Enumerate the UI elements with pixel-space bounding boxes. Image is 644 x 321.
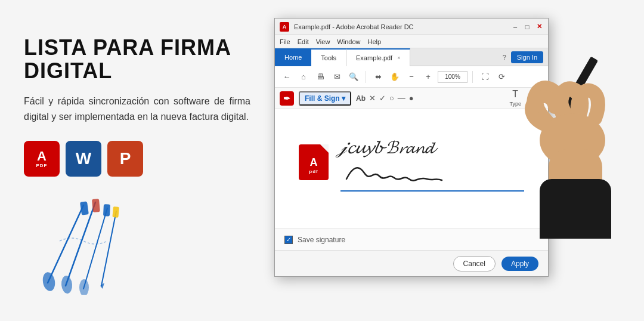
tool-line-icon[interactable]: — <box>398 94 405 103</box>
svg-rect-17 <box>540 179 611 239</box>
svg-point-1 <box>41 271 56 292</box>
tool-circle-icon[interactable]: ○ <box>389 94 394 103</box>
svg-line-0 <box>48 205 83 283</box>
tool-dot-icon[interactable]: ● <box>409 94 414 103</box>
powerpoint-icon: P <box>107 141 143 177</box>
word-icon: W <box>66 141 101 177</box>
toolbar-cursor-icon[interactable]: ⬌ <box>371 70 385 84</box>
acrobat-icon: A PDF <box>24 141 60 177</box>
menu-bar: File Edit View Window Help <box>275 35 548 48</box>
save-signature-label: Save signature <box>298 236 345 244</box>
tab-tools-label: Tools <box>321 54 336 61</box>
menu-window[interactable]: Window <box>337 38 360 45</box>
tool-cross-icon[interactable]: ✕ <box>369 94 376 103</box>
toolbar-back-icon[interactable]: ← <box>280 70 294 84</box>
page-title: LISTA PARA FIRMA DIGITAL <box>24 36 250 83</box>
toolbar-email-icon[interactable]: ✉ <box>330 70 344 84</box>
toolbar-divider-1 <box>366 71 366 83</box>
toolbar-print-icon[interactable]: 🖶 <box>313 70 327 84</box>
toolbar-home-icon[interactable]: ⌂ <box>296 70 311 84</box>
menu-edit[interactable]: Edit <box>298 38 309 45</box>
tab-tools[interactable]: Tools <box>311 48 346 66</box>
svg-rect-5 <box>92 199 100 212</box>
svg-point-4 <box>61 275 73 294</box>
toolbar-divider-2 <box>472 71 473 83</box>
window-title: Example.pdf - Adobe Acrobat Reader DC <box>294 23 414 30</box>
menu-help[interactable]: Help <box>367 38 381 45</box>
menu-view[interactable]: View <box>316 38 330 45</box>
close-button[interactable]: ✕ <box>535 23 543 31</box>
svg-rect-8 <box>103 204 110 217</box>
apply-button[interactable]: Apply <box>501 257 538 271</box>
title-bar: A Example.pdf - Adobe Acrobat Reader DC … <box>275 18 548 35</box>
maximize-button[interactable]: □ <box>523 23 531 31</box>
acrobat-app-icon: A <box>280 22 289 32</box>
cancel-button[interactable]: Cancel <box>453 256 496 271</box>
toolbar-fit-page-icon[interactable]: ⛶ <box>478 70 492 84</box>
toolbar-zoom-out-icon[interactable]: − <box>404 70 419 84</box>
tool-check-icon[interactable]: ✓ <box>379 94 386 103</box>
hand-stylus-illustration <box>495 48 644 241</box>
software-icons-row: A PDF W P <box>24 141 143 177</box>
svg-rect-11 <box>112 206 119 218</box>
pen-illustration <box>24 193 143 297</box>
tab-document-label: Example.pdf <box>356 54 392 61</box>
signature-display: 𝒿𝓬𝓾𝔂𝓫 ℬ𝓻𝓪𝓷𝓭 <box>340 133 433 161</box>
acrobat-fill-icon: ✒ <box>280 91 294 106</box>
fill-sign-tools: Ab ✕ ✓ ○ — ● <box>356 94 414 103</box>
left-section: LISTA PARA FIRMA DIGITAL Fácil y rápida … <box>0 12 274 309</box>
tab-home[interactable]: Home <box>275 48 311 66</box>
svg-point-7 <box>79 279 89 295</box>
toolbar-zoom-in-icon[interactable]: + <box>421 70 435 84</box>
zoom-input[interactable] <box>438 71 467 83</box>
window-controls: – □ ✕ <box>511 23 543 31</box>
pdf-content: A pdf 𝒿𝓬𝓾𝔂𝓫 ℬ𝓻𝓪𝓷𝓭 <box>299 121 524 203</box>
save-signature-checkbox[interactable]: ✓ <box>284 236 293 244</box>
tool-text-icon[interactable]: Ab <box>356 94 366 103</box>
tab-close-icon[interactable]: × <box>397 55 400 61</box>
pdf-file-icon: A pdf <box>299 144 329 180</box>
svg-rect-2 <box>80 202 89 215</box>
svg-line-3 <box>66 202 95 286</box>
description-text: Fácil y rápida sincronización con softwa… <box>24 94 250 124</box>
tab-document[interactable]: Example.pdf × <box>346 48 410 66</box>
tab-home-label: Home <box>284 54 302 61</box>
minimize-button[interactable]: – <box>511 23 519 31</box>
toolbar-search-icon[interactable]: 🔍 <box>346 70 361 84</box>
dialog-buttons: Cancel Apply <box>275 250 548 276</box>
menu-file[interactable]: File <box>280 38 290 45</box>
fill-sign-button[interactable]: Fill & Sign ▾ <box>299 91 351 106</box>
right-section: A Example.pdf - Adobe Acrobat Reader DC … <box>274 0 644 321</box>
toolbar-hand-icon[interactable]: ✋ <box>388 70 402 84</box>
signature-svg <box>340 161 448 188</box>
